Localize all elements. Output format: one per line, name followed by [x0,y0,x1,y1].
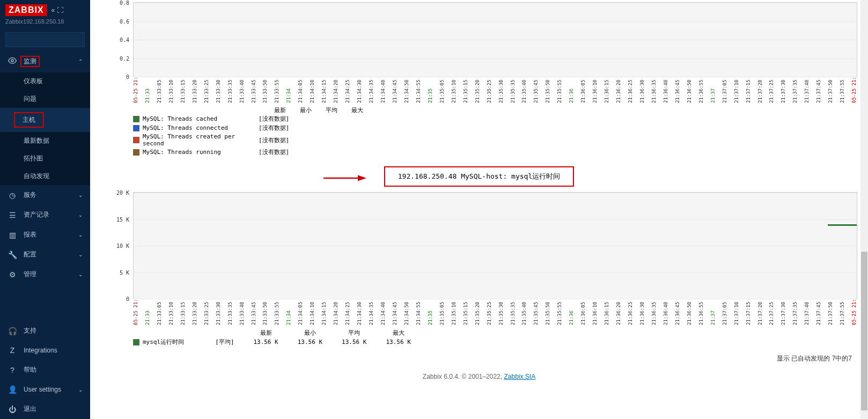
nav-monitoring[interactable]: 监测 ⌃ [0,50,90,72]
legend-row: MySQL: Threads running[没有数据] [133,148,863,157]
host-label: Zabbix192.168.250.18 [0,18,90,29]
svg-point-2 [11,60,13,62]
chart-x-axis: 05-25 21:3221:3321:33:0521:33:1021:33:15… [133,77,857,103]
legend-row: MySQL: Threads cached[没有数据] [133,114,863,123]
clock-icon: ◷ [8,191,17,200]
nav-logout[interactable]: ⏻ 退出 [0,399,90,419]
chevron-down-icon: ⌄ [78,192,83,198]
nav-reports[interactable]: ▥ 报表 ⌄ [0,225,90,245]
chevron-down-icon: ⌄ [78,271,83,277]
sidebar-item-dashboard[interactable]: 仪表板 [0,72,90,90]
sidebar-item-hosts[interactable]: 主机 [0,108,90,132]
user-icon: 👤 [8,385,17,394]
help-icon: ? [8,366,17,374]
chart-icon: ▥ [8,231,17,239]
chart-plot-area[interactable]: 00.20.40.60.8 [133,2,857,77]
wrench-icon: 🔧 [8,251,17,259]
legend-row: MySQL: Threads connected[没有数据] [133,123,863,133]
nav-inventory[interactable]: ☰ 资产记录 ⌄ [0,205,90,225]
legend-row: mysql运行时间 [平均] 13.56 K 13.56 K 13.56 K 1… [133,337,421,347]
logo[interactable]: ZABBIX [5,4,47,16]
eye-icon [8,56,17,67]
nav-admin[interactable]: ⚙ 管理 ⌄ [0,264,90,284]
chart-legend: 最新 最小 平均 最大 mysql运行时间 [平均] 13.56 K 13.56… [133,328,863,347]
scrollbar-thumb[interactable] [861,252,867,411]
nav-services[interactable]: ◷ 服务 ⌄ [0,185,90,205]
nav-support[interactable]: 🎧 支持 [0,321,90,341]
nav-help[interactable]: ? 帮助 [0,360,90,380]
fullscreen-icon[interactable]: ⛶ [57,6,63,14]
chart-uptime: 192.168.250.48 MySQL-host: mysql运行时间 05 … [95,164,863,349]
legend-row: MySQL: Threads created per second[没有数据] [133,133,863,148]
chart-x-axis: 05-25 21:3321:3321:33:0521:33:1021:33:15… [133,299,857,325]
search-box[interactable] [5,32,85,47]
chevron-down-icon: ⌄ [78,232,83,238]
sidebar-item-maps[interactable]: 拓扑图 [0,150,90,167]
headset-icon: 🎧 [8,327,17,335]
logo-area: ZABBIX « ⛶ [0,0,90,18]
search-input[interactable] [6,33,90,47]
sidebar: ZABBIX « ⛶ Zabbix192.168.250.18 监测 ⌃ 仪表板… [0,0,90,419]
nav-config[interactable]: 🔧 配置 ⌄ [0,245,90,264]
nav-monitoring-label: 监测 [20,56,40,67]
main-content: 00.20.40.60.8 05-25 21:3221:3321:33:0521… [90,0,868,419]
sidebar-item-problems[interactable]: 问题 [0,90,90,108]
sidebar-item-discovery[interactable]: 自动发现 [0,167,90,185]
chart-legend: 最新 最小 平均 最大 MySQL: Threads cached[没有数据]M… [133,106,863,157]
list-icon: ☰ [8,211,17,219]
z-icon: Z [8,346,17,355]
data-line [828,224,857,226]
chevron-up-icon: ⌃ [78,58,83,64]
chart-title-highlighted: 192.168.250.48 MySQL-host: mysql运行时间 [384,166,574,187]
nav-user-settings[interactable]: 👤 User settings ⌄ [0,380,90,399]
chevron-down-icon: ⌄ [78,252,83,258]
chart-plot-area[interactable]: 05 K10 K15 K20 K [133,192,857,299]
zabbix-link[interactable]: Zabbix SIA [504,373,535,380]
annotation-arrow [321,174,369,184]
svg-marker-4 [358,175,366,181]
footer: Zabbix 6.0.4. © 2001–2022, Zabbix SIA [95,369,863,385]
power-icon: ⏻ [8,405,17,414]
chart-threads: 00.20.40.60.8 05-25 21:3221:3321:33:0521… [95,0,863,159]
summary-text: 显示 已自动发现的 7中的7 [95,349,863,369]
sidebar-item-latest[interactable]: 最新数据 [0,132,90,150]
chevron-down-icon: ⌄ [78,212,83,218]
scrollbar[interactable] [860,0,868,419]
chevron-down-icon: ⌄ [78,387,83,393]
nav-integrations[interactable]: Z Integrations [0,341,90,360]
gear-icon: ⚙ [8,270,17,279]
collapse-icon[interactable]: « [52,6,55,14]
